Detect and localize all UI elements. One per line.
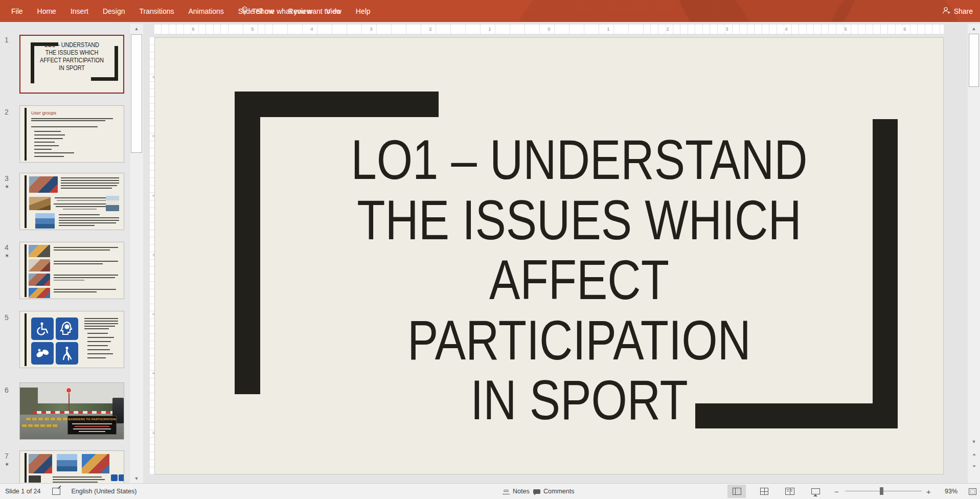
comments-toggle[interactable]: Comments — [533, 484, 574, 499]
mini-title-line: IN SPORT — [29, 64, 115, 72]
bracket-top-left-horizontal — [235, 92, 439, 117]
scrollbar-thumb[interactable] — [131, 34, 142, 153]
slide-sorter-button[interactable] — [755, 485, 773, 498]
slide-indicator[interactable]: Slide 1 of 24 — [5, 488, 41, 495]
scroll-down-arrow[interactable]: ▼ — [130, 474, 143, 483]
ruler-mark: 4 — [784, 26, 788, 32]
tell-me-label: Tell me what you want to do — [252, 7, 340, 15]
tab-animations[interactable]: Animations — [181, 0, 231, 22]
mini-access-icon — [111, 474, 118, 481]
zoom-percentage[interactable]: 93% — [945, 484, 958, 499]
photo-2 — [29, 259, 50, 271]
language-indicator[interactable]: English (United States) — [72, 488, 137, 495]
ruler-mark: 5 — [250, 26, 255, 32]
scroll-up-arrow[interactable]: ▲ — [130, 24, 143, 33]
slide-canvas[interactable]: LO1 – UNDERSTAND THE ISSUES WHICH AFFECT… — [154, 37, 944, 474]
notes-icon — [503, 489, 510, 494]
ruler-mark: 3 — [369, 26, 373, 32]
blind-person-icon — [56, 342, 78, 365]
ruler-mark: 6 — [902, 26, 907, 32]
thumbnail-scrollbar[interactable]: ▲ ▼ — [130, 24, 143, 483]
mini-access-icon — [119, 474, 124, 481]
thumb-number-2: 2 — [5, 108, 16, 116]
ruler-mark: 0 — [546, 26, 551, 32]
ruler-mark: 1 — [606, 26, 610, 32]
normal-view-button[interactable] — [727, 485, 746, 498]
zoom-slider-thumb[interactable] — [880, 487, 883, 495]
zoom-out-button[interactable]: − — [834, 484, 839, 499]
tab-file[interactable]: File — [4, 0, 30, 22]
thumbnail-slide-3[interactable] — [19, 173, 124, 230]
ruler-mark: 3 — [724, 26, 729, 32]
slide-show-icon — [811, 488, 820, 494]
tab-insert[interactable]: Insert — [63, 0, 96, 22]
zoom-slider-track[interactable] — [845, 491, 922, 491]
photo-4 — [29, 288, 50, 298]
slide-title-textbox[interactable]: LO1 – UNDERSTAND THE ISSUES WHICH AFFECT… — [332, 130, 826, 430]
thumbnail-slide-4[interactable] — [19, 242, 124, 299]
photo-1 — [29, 245, 50, 257]
mini-bracket-br-v — [115, 46, 118, 81]
lightbulb-icon — [241, 6, 248, 16]
title-line-3: AFFECT PARTICIPATION — [332, 250, 826, 370]
scrollbar-thumb[interactable] — [969, 34, 979, 87]
scroll-down-arrow[interactable]: ▼ — [968, 437, 980, 446]
tell-me-box[interactable]: Tell me what you want to do — [241, 0, 340, 22]
photo-barrier-scene: BARRIERS TO PARTICIPATION — [20, 383, 124, 439]
mini-title-line: THE ISSUES WHICH — [29, 49, 115, 56]
thumb-number-4: 4 — [5, 243, 16, 252]
overlay-title: BARRIERS TO PARTICIPATION — [68, 418, 116, 421]
tab-transitions[interactable]: Transitions — [132, 0, 181, 22]
photo-kids — [82, 454, 109, 473]
comments-icon — [533, 489, 540, 494]
slide-show-button[interactable] — [806, 485, 825, 498]
barriers-overlay-box: BARRIERS TO PARTICIPATION — [67, 416, 116, 435]
previous-slide-button[interactable]: ⏶ — [968, 450, 980, 459]
notes-indicator-icon[interactable] — [52, 488, 60, 495]
animation-star-icon: ✶ — [5, 461, 16, 468]
photo-group — [29, 176, 58, 193]
tab-help[interactable]: Help — [349, 0, 378, 22]
sign-language-icon — [31, 342, 54, 365]
photo-crowd — [29, 197, 51, 210]
thumbnail-slide-1[interactable]: LO1 – UNDERSTAND THE ISSUES WHICH AFFECT… — [19, 35, 124, 94]
tab-home[interactable]: Home — [30, 0, 63, 22]
photo-group — [29, 454, 52, 473]
thumbnail-slide-6[interactable]: BARRIERS TO PARTICIPATION — [19, 382, 124, 440]
reading-view-button[interactable] — [781, 485, 799, 498]
ruler-mark: 4 — [309, 26, 314, 32]
next-slide-button[interactable]: ⏷ — [968, 462, 980, 471]
zoom-in-button[interactable]: + — [926, 484, 931, 499]
status-bar: Slide 1 of 24 English (United States) No… — [0, 483, 980, 499]
scroll-up-arrow[interactable]: ▲ — [968, 24, 980, 33]
thumbnail-slide-7[interactable] — [19, 450, 124, 483]
thumb-number-1: 1 — [5, 36, 16, 44]
title-line-4: IN SPORT — [332, 370, 826, 430]
ruler-mark: 1 — [487, 26, 492, 32]
bracket-top-left-vertical — [235, 92, 260, 394]
thumbnail-slide-2[interactable]: User groups — [19, 105, 124, 163]
animation-star-icon: ✶ — [5, 184, 16, 190]
ruler-mark: 2 — [428, 26, 432, 32]
reading-view-icon — [785, 488, 794, 495]
thumbnail-slide-5[interactable] — [19, 311, 124, 368]
thumb-number-7: 7 — [5, 452, 16, 460]
ruler-mark: 6 — [191, 26, 195, 32]
powerpoint-window: File Home Insert Design Transitions Anim… — [0, 0, 980, 499]
cognitive-icon — [56, 317, 78, 340]
fit-to-window-button[interactable] — [963, 485, 980, 498]
thumb-number-6: 6 — [5, 386, 16, 394]
share-button[interactable]: Share — [942, 0, 973, 22]
slide-thumbnail-panel: 1 LO1 – UNDERSTAND THE ISSUES WHICH AFFE… — [0, 22, 129, 483]
animation-star-icon: ✶ — [5, 253, 16, 259]
photo-person-blue — [35, 213, 55, 229]
mini-title-line: AFFECT PARTICIPATION — [29, 56, 115, 64]
title-line-2: THE ISSUES WHICH — [332, 190, 826, 251]
tab-design[interactable]: Design — [96, 0, 132, 22]
notes-toggle[interactable]: Notes — [503, 484, 530, 499]
photo-person-sign — [106, 196, 119, 211]
fit-to-window-icon — [969, 488, 976, 495]
main-scrollbar[interactable]: ▲ ▼ ⏶ ⏷ — [968, 24, 980, 483]
bracket-bottom-right-vertical — [873, 119, 898, 428]
photo-small — [29, 475, 41, 483]
